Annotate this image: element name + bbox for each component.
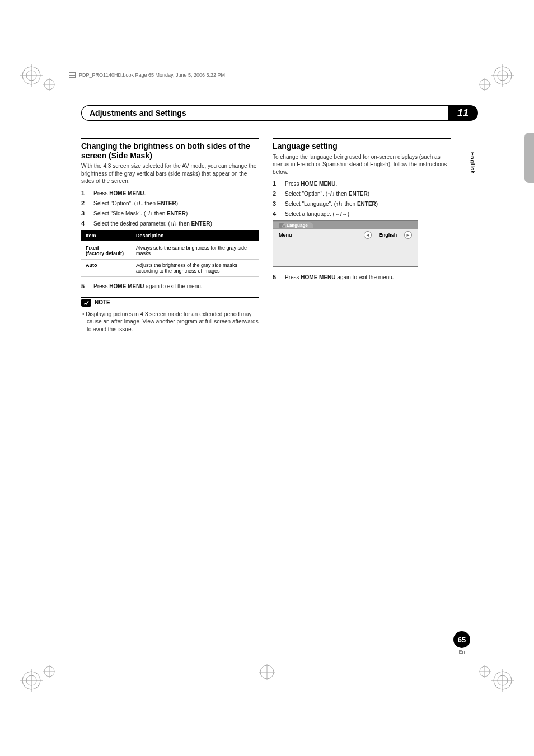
step-number: 4 [273, 210, 279, 217]
osd-menu-row: Menu ◄ English ► [273, 229, 418, 241]
crop-mark-icon [491, 64, 514, 87]
steps-list: 1 Press HOME MENU. 2 Select "Option". (↑… [273, 180, 451, 217]
table-header-item: Item [81, 230, 132, 241]
step-text: Press HOME MENU. [93, 190, 146, 196]
step-item: 3 Select "Side Mask". (↑/↓ then ENTER) [81, 210, 259, 217]
osd-language-panel: Language Menu ◄ English ► [273, 220, 418, 267]
crop-mark-small-icon [43, 78, 55, 91]
step-text: Press HOME MENU again to exit the menu. [285, 274, 394, 280]
crop-mark-icon [20, 669, 43, 692]
section-title-side-mask: Changing the brightness on both sides of… [81, 142, 259, 160]
up-down-arrow-icon: ↑/↓ [146, 210, 153, 217]
section-title-language: Language setting [273, 142, 451, 151]
step-text: Select the desired parameter. (↑/↓ then … [93, 220, 212, 227]
crop-mark-icon [491, 669, 514, 692]
step-number: 5 [81, 283, 88, 289]
step-number: 3 [273, 200, 279, 207]
osd-empty-area [273, 241, 418, 266]
parameter-table: Item Description Fixed(factory default) … [81, 230, 259, 277]
step-item: 5 Press HOME MENU again to exit the menu… [81, 283, 259, 289]
step-number: 5 [273, 274, 279, 280]
up-down-arrow-icon: ↑/↓ [170, 220, 177, 227]
step-number: 3 [81, 210, 88, 217]
step-item: 4 Select a language. (←/→) [273, 210, 451, 217]
crop-mark-center-icon [259, 664, 275, 680]
table-header-description: Description [132, 230, 259, 241]
osd-row-label: Menu [279, 232, 292, 238]
crop-mark-small-icon [479, 78, 491, 91]
chapter-number-badge: 11 [448, 105, 478, 121]
step-item: 3 Select "Language". (↑/↓ then ENTER) [273, 200, 451, 207]
crop-mark-small-icon [43, 665, 55, 678]
section-intro: To change the language being used for on… [273, 153, 451, 176]
step-text: Select a language. (←/→) [285, 211, 349, 217]
steps-list-continued: 5 Press HOME MENU again to exit the menu… [81, 283, 259, 289]
page-lang-short: En [453, 649, 470, 655]
step-item: 2 Select "Option". (↑/↓ then ENTER) [273, 190, 451, 197]
step-item: 4 Select the desired parameter. (↑/↓ the… [81, 220, 259, 227]
note-text: Displaying pictures in 4:3 screen mode f… [81, 311, 259, 334]
step-text: Select "Option". (↑/↓ then ENTER) [93, 200, 178, 206]
note-label: NOTE [95, 299, 110, 306]
step-number: 4 [81, 220, 88, 227]
step-text: Select "Side Mask". (↑/↓ then ENTER) [93, 210, 188, 217]
step-item: 1 Press HOME MENU. [273, 180, 451, 187]
page-number-badge: 65 En [453, 631, 470, 655]
section-rule [81, 138, 259, 139]
table-cell-item: Auto [81, 259, 132, 276]
page-side-tab [524, 133, 534, 183]
note-icon [81, 299, 91, 307]
step-text: Select "Option". (↑/↓ then ENTER) [285, 191, 369, 197]
crop-mark-icon [20, 64, 43, 87]
up-down-arrow-icon: ↑/↓ [327, 191, 335, 197]
step-number: 2 [81, 200, 88, 206]
up-down-arrow-icon: ↑/↓ [136, 200, 143, 206]
table-cell-desc: Always sets the same brightness for the … [132, 241, 259, 260]
right-column: Language setting To change the language … [273, 138, 451, 333]
step-item: 2 Select "Option". (↑/↓ then ENTER) [81, 200, 259, 206]
left-column: Changing the brightness on both sides of… [81, 138, 259, 333]
step-item: 5 Press HOME MENU again to exit the menu… [273, 274, 451, 280]
note-block: NOTE Displaying pictures in 4:3 screen m… [81, 297, 259, 334]
chapter-header: Adjustments and Settings 11 [81, 105, 478, 121]
table-cell-item: Fixed(factory default) [81, 241, 132, 260]
step-number: 1 [81, 190, 88, 196]
page-number: 65 [453, 631, 470, 648]
book-icon [69, 72, 76, 78]
globe-icon [279, 223, 284, 228]
steps-list-continued: 5 Press HOME MENU again to exit the menu… [273, 274, 451, 280]
step-text: Press HOME MENU again to exit the menu. [93, 283, 203, 289]
step-number: 1 [273, 180, 279, 187]
step-text: Press HOME MENU. [285, 181, 337, 187]
section-rule [273, 138, 451, 139]
osd-tab-label: Language [287, 223, 308, 228]
page-language-tab: English [470, 152, 475, 175]
up-down-arrow-icon: ↑/↓ [336, 201, 343, 207]
book-file-text: PDP_PRO1140HD.book Page 65 Monday, June … [79, 72, 225, 78]
chapter-title: Adjustments and Settings [90, 109, 186, 118]
step-text: Select "Language". (↑/↓ then ENTER) [285, 201, 378, 207]
crop-mark-small-icon [479, 665, 491, 678]
table-row: Fixed(factory default) Always sets the s… [81, 241, 259, 260]
step-number: 2 [273, 190, 279, 197]
table-cell-desc: Adjusts the brightness of the gray side … [132, 259, 259, 276]
step-item: 1 Press HOME MENU. [81, 190, 259, 196]
left-right-arrow-icon: ←/→ [335, 211, 348, 217]
osd-selected-value: English [375, 232, 401, 238]
table-row: Auto Adjusts the brightness of the gray … [81, 259, 259, 276]
book-file-header: PDP_PRO1140HD.book Page 65 Monday, June … [64, 71, 229, 79]
osd-tab: Language [273, 222, 313, 228]
osd-left-arrow-button[interactable]: ◄ [364, 231, 372, 239]
section-intro: With the 4:3 screen size selected for th… [81, 162, 259, 185]
steps-list: 1 Press HOME MENU. 2 Select "Option". (↑… [81, 190, 259, 227]
osd-right-arrow-button[interactable]: ► [404, 231, 412, 239]
